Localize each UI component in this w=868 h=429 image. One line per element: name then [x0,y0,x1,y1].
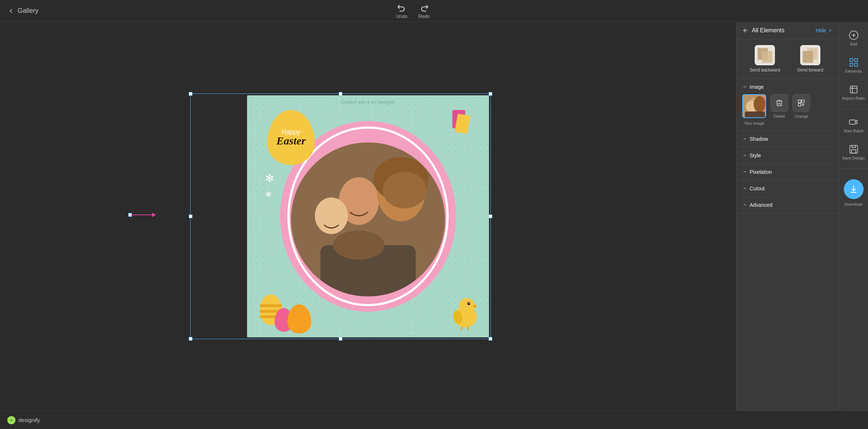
send-forward-icon [800,45,820,65]
logo-text: designify [18,417,40,423]
send-forward-label: Send forward [797,67,823,73]
shadow-header: Shadow [742,136,833,142]
family-photo[interactable] [291,142,445,296]
arrow-head [152,213,156,217]
start-batch-label: Start Batch [843,129,863,133]
resize-arrow-pointer [128,213,156,217]
cutout-title: Cutout [750,186,765,191]
top-right-shape [445,110,474,145]
svg-point-18 [469,303,470,304]
save-design-label: Save Design [842,156,865,161]
change-button[interactable]: Change [792,94,810,125]
cutout-header: Cutout [742,186,833,191]
cutout-section[interactable]: Cutout [736,180,839,197]
aspect-ratio-label: Aspect Ratio [842,96,865,101]
right-panel: All Elements Hide S [736,22,839,411]
panel-header-left: All Elements [742,27,784,34]
bottombar: designify [0,411,868,429]
redo-button[interactable]: Redo [419,3,430,19]
download-tool[interactable]: Download [839,175,868,211]
svg-point-7 [333,230,385,260]
style-header: Style [742,153,833,158]
send-forward-button[interactable]: Send forward [788,45,833,73]
handle-bottom-center[interactable] [339,337,342,341]
svg-rect-36 [745,111,765,118]
change-icon-circle [792,94,810,112]
delete-label: Delete [773,114,785,118]
svg-rect-45 [850,86,857,93]
svg-rect-39 [798,103,801,106]
advanced-header: Advanced [742,202,833,208]
redo-label: Redo [419,14,430,19]
svg-rect-47 [850,145,857,153]
image-section: Image [736,79,839,131]
add-label: Add [850,42,857,47]
download-label: Download [845,202,863,207]
send-backward-button[interactable]: Send backward [742,45,788,73]
advanced-title: Advanced [750,202,772,208]
svg-rect-38 [802,100,804,103]
canvas-area[interactable]: Happy Easter ✻ ✻ [0,22,736,411]
send-backward-icon [755,45,775,65]
canvas-design[interactable]: Happy Easter ✻ ✻ [247,95,489,337]
logo-icon [7,416,15,424]
flower-1: ✻ [265,172,274,184]
sidebar-divider-2 [839,168,868,169]
selection-container: Happy Easter ✻ ✻ [247,95,489,337]
svg-point-5 [383,172,427,208]
handle-top-left[interactable] [189,92,192,96]
undo-button[interactable]: Undo [396,3,407,19]
delete-button[interactable]: Delete [770,94,788,125]
shadow-title: Shadow [750,136,768,142]
back-button[interactable]: Gallery [7,7,38,15]
start-batch-tool[interactable]: Start Batch [839,113,868,138]
download-button[interactable] [844,179,864,199]
watermark: Created with ♥ on Designify [341,100,395,105]
aspect-ratio-tool[interactable]: Aspect Ratio [839,80,868,105]
canvas-image-wrapper: Happy Easter ✻ ✻ [247,95,489,337]
style-section[interactable]: Style [736,147,839,164]
handle-middle-left[interactable] [189,214,192,218]
svg-point-35 [754,96,765,112]
send-backward-label: Send backward [750,67,780,73]
panel-title: All Elements [752,27,784,34]
gallery-label: Gallery [18,7,38,15]
your-image-label: Your image [744,121,764,125]
change-label: Change [794,114,809,118]
handle-bottom-right[interactable] [489,337,492,341]
svg-rect-44 [854,63,857,66]
undo-redo-controls: Undo Redo [396,3,430,19]
flower-decorations: ✻ ✻ [265,172,274,204]
hide-label: Hide [816,27,826,33]
pixelation-section[interactable]: Pixelation [736,164,839,180]
handle-bottom-left[interactable] [189,337,192,341]
your-image-thumbnail[interactable] [742,94,766,118]
advanced-section[interactable]: Advanced [736,197,839,213]
sidebar-divider-1 [839,109,868,109]
svg-rect-41 [850,59,853,62]
chick-decoration [449,293,482,330]
delete-icon-circle [770,94,788,112]
your-image-container: Your image [742,94,766,125]
elements-tool[interactable]: Elements [839,53,868,78]
save-design-tool[interactable]: Save Design [839,140,868,165]
image-actions: Your image Delete [742,94,833,125]
far-right-sidebar: Add Elements Aspect Ratio [839,22,868,411]
pixelation-title: Pixelation [750,169,772,175]
arrow-line [130,214,152,215]
svg-rect-11 [260,304,282,307]
handle-middle-right[interactable] [489,214,492,218]
photo-inner [291,142,445,296]
svg-rect-28 [762,51,772,63]
panel-header: All Elements Hide [736,22,839,39]
happy-easter-balloon: Happy Easter [267,110,315,165]
image-section-header[interactable]: Image [742,84,833,90]
shadow-section[interactable]: Shadow [736,131,839,147]
add-tool[interactable]: Add [839,26,868,51]
handle-top-right[interactable] [489,92,492,96]
send-actions: Send backward Send forward [736,39,839,79]
pixelation-header: Pixelation [742,169,833,175]
undo-label: Undo [396,14,407,19]
hide-button[interactable]: Hide [816,27,833,33]
svg-rect-42 [854,59,857,62]
